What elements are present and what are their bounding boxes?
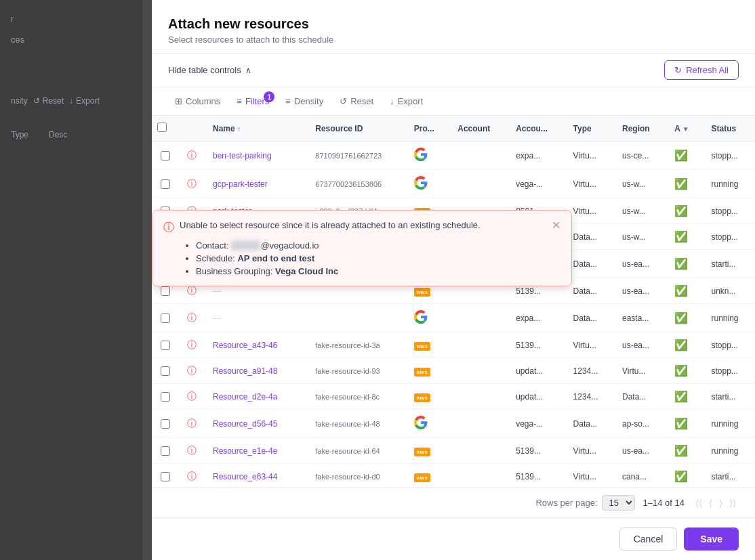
table-row: ⓘ gcp-park-tester 6737700236153806 vega-… xyxy=(152,170,755,198)
row-region-cell: us-ea... xyxy=(614,278,666,304)
row-checkbox[interactable] xyxy=(161,392,170,402)
row-checkbox-cell[interactable] xyxy=(152,170,179,198)
resource-name-link[interactable]: Resource_a43-46 xyxy=(213,341,277,350)
info-icon[interactable]: ⓘ xyxy=(187,339,197,350)
row-region-cell: us-w... xyxy=(614,198,666,224)
save-button[interactable]: Save xyxy=(684,527,739,551)
row-checkbox[interactable] xyxy=(161,472,170,481)
row-status-cell: unkn... xyxy=(703,278,755,304)
row-checkbox-cell[interactable] xyxy=(152,332,179,358)
row-resource-id-cell: 8710991761662723 xyxy=(307,142,406,170)
row-account-cell xyxy=(449,410,508,438)
status-check-icon: ✅ xyxy=(674,231,688,242)
row-status-cell: starti... xyxy=(703,384,755,410)
info-icon[interactable]: ⓘ xyxy=(187,365,197,376)
row-type-cell: Data... xyxy=(565,278,614,304)
resource-name-link[interactable]: gcp-park-tester xyxy=(213,179,268,189)
row-status-cell: running xyxy=(703,438,755,464)
contact-blurred: userem xyxy=(231,240,260,251)
cancel-button[interactable]: Cancel xyxy=(619,527,678,551)
row-checkbox[interactable] xyxy=(161,419,170,429)
flag-header[interactable]: A ▼ xyxy=(666,116,703,142)
refresh-all-button[interactable]: ↻ Refresh All xyxy=(664,60,739,80)
select-all-header[interactable] xyxy=(152,116,179,142)
modal-header: Attach new resources Select resources to… xyxy=(152,0,755,53)
row-checkbox-cell[interactable] xyxy=(152,358,179,384)
reset-button[interactable]: ↺ Reset xyxy=(333,93,380,110)
resource-name-link[interactable]: Resource_a91-48 xyxy=(213,366,277,376)
row-checkbox-cell[interactable] xyxy=(152,142,179,170)
columns-button[interactable]: ⊞ Columns xyxy=(168,93,227,110)
row-flag-cell: ✅ xyxy=(666,438,703,464)
resource-name-link[interactable]: Resource_d2e-4a xyxy=(213,392,277,402)
alert-close-button[interactable]: ✕ xyxy=(552,220,560,231)
row-name-cell: — xyxy=(205,304,307,332)
bg-export-btn: ↓ Export xyxy=(69,96,100,106)
row-checkbox-cell[interactable] xyxy=(152,464,179,488)
type-header: Type xyxy=(565,116,614,142)
resources-table-container[interactable]: Name ↑ Resource ID Pro... Account Accou.… xyxy=(152,116,755,488)
pagination-bar: Rows per page: 15 25 50 1–14 of 14 ⟨⟨ ⟨ … xyxy=(152,488,755,517)
alert-details-list: Contact: userem@vegacloud.io Schedule: A… xyxy=(163,240,560,276)
rows-per-page-select[interactable]: 15 25 50 xyxy=(602,495,635,511)
table-row: ⓘ Resource_d56-45 fake-resource-id-48 ve… xyxy=(152,410,755,438)
row-name-cell: ben-test-parking xyxy=(205,142,307,170)
row-region-cell: us-ea... xyxy=(614,250,666,278)
table-row: ⓘ Resource_d2e-4a fake-resource-id-8c aw… xyxy=(152,384,755,410)
region-header: Region xyxy=(614,116,666,142)
info-icon[interactable]: ⓘ xyxy=(187,471,197,481)
density-button[interactable]: ≡ Density xyxy=(279,93,330,110)
info-icon[interactable]: ⓘ xyxy=(187,312,197,323)
bg-desc-col: Desc xyxy=(49,130,67,139)
status-check-icon: ✅ xyxy=(674,285,688,297)
row-resource-id-cell: fake-resource-id-3a xyxy=(307,332,406,358)
info-icon[interactable]: ⓘ xyxy=(187,391,197,402)
alert-header: ⓘ Unable to select resource since it is … xyxy=(163,220,560,235)
name-header[interactable]: Name ↑ xyxy=(205,116,307,142)
status-check-icon: ✅ xyxy=(674,391,688,402)
export-button[interactable]: ↓ Export xyxy=(383,93,430,110)
next-page-button[interactable]: ⟩ xyxy=(716,496,725,510)
row-region-cell: us-ce... xyxy=(614,142,666,170)
filters-button[interactable]: 1 ≡ Filters xyxy=(230,93,276,110)
status-check-icon: ✅ xyxy=(674,178,688,190)
row-checkbox[interactable] xyxy=(161,446,170,456)
row-flag-cell: ✅ xyxy=(666,250,703,278)
row-checkbox-cell[interactable] xyxy=(152,384,179,410)
row-checkbox-cell[interactable] xyxy=(152,438,179,464)
info-icon[interactable]: ⓘ xyxy=(187,418,197,429)
bg-app-title: r xyxy=(11,14,131,24)
row-checkbox[interactable] xyxy=(161,286,170,296)
row-checkbox-cell[interactable] xyxy=(152,410,179,438)
row-status-cell: starti... xyxy=(703,250,755,278)
first-page-button[interactable]: ⟨⟨ xyxy=(693,496,705,510)
row-cloud-cell xyxy=(406,170,449,198)
info-header xyxy=(179,116,205,142)
row-type-cell: Data... xyxy=(565,250,614,278)
row-region-cell: ap-so... xyxy=(614,410,666,438)
prev-page-button[interactable]: ⟨ xyxy=(706,496,715,510)
hide-controls-button[interactable]: Hide table controls ∧ xyxy=(168,65,251,75)
row-checkbox-cell[interactable] xyxy=(152,304,179,332)
info-icon[interactable]: ⓘ xyxy=(187,150,197,160)
last-page-button[interactable]: ⟩⟩ xyxy=(727,496,739,510)
resource-name-link[interactable]: Resource_d56-45 xyxy=(213,419,277,429)
row-checkbox[interactable] xyxy=(161,151,170,160)
resource-name-link[interactable]: ben-test-parking xyxy=(213,151,272,160)
page-navigation: ⟨⟨ ⟨ ⟩ ⟩⟩ xyxy=(693,496,739,510)
status-check-icon: ✅ xyxy=(674,150,688,161)
info-icon[interactable]: ⓘ xyxy=(187,178,197,189)
row-status-cell: stopp... xyxy=(703,332,755,358)
resource-name-link[interactable]: Resource_e63-44 xyxy=(213,472,277,481)
row-acct-id-cell: expa... xyxy=(508,304,565,332)
row-checkbox[interactable] xyxy=(161,179,170,189)
row-flag-cell: ✅ xyxy=(666,358,703,384)
row-status-cell: stopp... xyxy=(703,198,755,224)
row-checkbox[interactable] xyxy=(161,341,170,350)
row-flag-cell: ✅ xyxy=(666,142,703,170)
row-checkbox[interactable] xyxy=(161,314,170,323)
select-all-checkbox[interactable] xyxy=(157,123,167,132)
resource-name-link[interactable]: Resource_e1e-4e xyxy=(213,446,277,456)
info-icon[interactable]: ⓘ xyxy=(187,445,197,456)
row-checkbox[interactable] xyxy=(161,366,170,376)
